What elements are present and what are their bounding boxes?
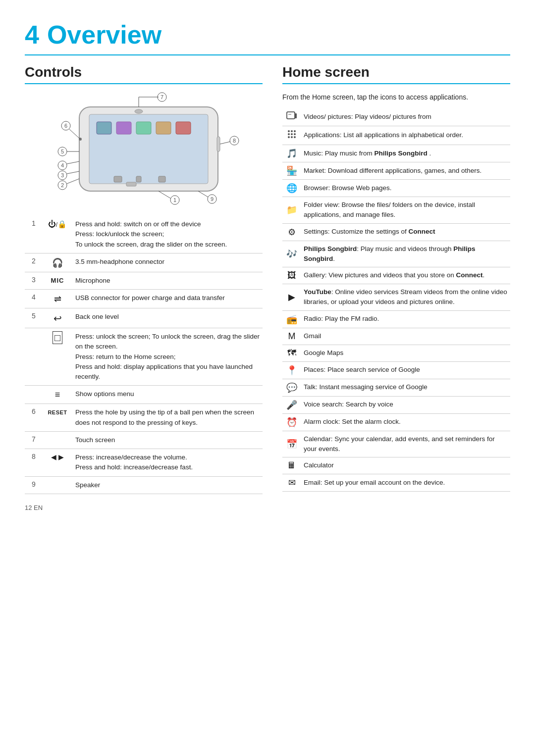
apps-icon: [282, 126, 301, 145]
svg-point-51: [288, 136, 290, 138]
talk-icon: 💬: [282, 379, 301, 396]
home-screen-description: Gmail: [301, 328, 510, 345]
controls-table: 1⏻/🔒Press and hold: switch on or off the…: [25, 216, 263, 494]
music-icon: 🎵: [282, 145, 301, 162]
home-screen-title: Home screen: [282, 64, 510, 84]
control-icon: ⇌: [43, 290, 72, 308]
home-screen-description: Voice search: Search by voice: [301, 396, 510, 413]
control-number: 6: [25, 404, 43, 432]
svg-rect-43: [295, 113, 297, 118]
svg-rect-40: [156, 122, 171, 134]
svg-point-2: [135, 109, 143, 113]
calculator-icon: 🖩: [282, 457, 301, 474]
controls-row: 9Speaker: [25, 476, 263, 494]
control-description: Microphone: [72, 272, 263, 289]
home-screen-row: ⚙Settings: Customize the settings of Con…: [282, 223, 510, 241]
controls-row: □Press: unlock the screen; To unlock the…: [25, 328, 263, 386]
controls-row: 4⇌USB connector for power charge and dat…: [25, 290, 263, 308]
controls-row: 8◀ ▶Press: increase/decrease the volume.…: [25, 449, 263, 477]
svg-rect-36: [159, 176, 165, 182]
svg-text:5: 5: [61, 149, 64, 154]
main-content: Controls 7: [25, 64, 510, 494]
folder-icon: 📁: [282, 197, 301, 224]
controls-row: 1⏻/🔒Press and hold: switch on or off the…: [25, 216, 263, 253]
home-screen-row: 📁Folder view: Browse the files/ folders …: [282, 197, 510, 224]
control-icon: [43, 431, 72, 449]
home-screen-table: Videos/ pictures: Play videos/ pictures …: [282, 108, 510, 492]
control-icon: [43, 476, 72, 494]
svg-point-48: [288, 133, 290, 135]
svg-rect-4: [217, 137, 220, 151]
home-screen-description: Folder view: Browse the files/ folders o…: [301, 197, 510, 224]
home-screen-row: MGmail: [282, 328, 510, 345]
svg-text:6: 6: [64, 123, 67, 129]
control-number: 7: [25, 431, 43, 449]
svg-rect-41: [176, 122, 191, 134]
control-number: [25, 386, 43, 404]
home-screen-row: 📅Calendar: Sync your calendar, add event…: [282, 431, 510, 457]
control-icon: □: [43, 328, 72, 386]
alarm-icon: ⏰: [282, 413, 301, 431]
controls-row: 5↩Back one level: [25, 308, 263, 328]
control-icon: RESET: [43, 404, 72, 432]
home-screen-row: 🎤Voice search: Search by voice: [282, 396, 510, 413]
chapter-title: Overview: [47, 20, 161, 49]
home-screen-row: 🎵Music: Play music from Philips Songbird…: [282, 145, 510, 162]
svg-rect-38: [116, 122, 131, 134]
svg-line-19: [67, 171, 79, 174]
svg-line-31: [159, 191, 171, 199]
home-screen-row: ▶YouTube: Online video services Stream v…: [282, 284, 510, 311]
control-icon: ↩: [43, 308, 72, 328]
control-description: Press: unlock the screen; To unlock the …: [72, 328, 263, 386]
maps-icon: 🗺: [282, 345, 301, 361]
home-screen-row: 💬Talk: Instant messaging service of Goog…: [282, 379, 510, 396]
home-screen-description: Places: Place search service of Google: [301, 361, 510, 379]
home-screen-row: 🎶Philips Songbird: Play music and videos…: [282, 241, 510, 267]
control-icon: ◀ ▶: [43, 449, 72, 477]
control-description: Back one level: [72, 308, 263, 328]
home-screen-description: Email: Set up your email account on the …: [301, 474, 510, 492]
gmail-icon: M: [282, 328, 301, 345]
home-screen-intro: From the Home screen, tap the icons to a…: [282, 92, 510, 102]
svg-line-28: [198, 191, 208, 197]
svg-point-53: [294, 136, 296, 138]
home-screen-row: ⏰Alarm clock: Set the alarm clock.: [282, 413, 510, 431]
control-number: 5: [25, 308, 43, 328]
svg-line-22: [67, 179, 79, 184]
svg-text:7: 7: [160, 94, 163, 100]
control-description: Show options menu: [72, 386, 263, 404]
home-screen-row: 🏪Market: Download different applications…: [282, 162, 510, 180]
svg-point-52: [291, 136, 293, 138]
control-icon: ≡: [43, 386, 72, 404]
home-screen-description: Calendar: Sync your calendar, add events…: [301, 431, 510, 457]
home-screen-description: Music: Play music from Philips Songbird …: [301, 145, 510, 162]
home-screen-section: Home screen From the Home screen, tap th…: [282, 64, 510, 494]
songbird-icon: 🎶: [282, 241, 301, 267]
svg-line-10: [69, 129, 80, 139]
home-screen-description: Calculator: [301, 457, 510, 474]
svg-point-47: [294, 130, 296, 132]
home-screen-row: ✉Email: Set up your email account on the…: [282, 474, 510, 492]
home-screen-description: Market: Download different applications,…: [301, 162, 510, 180]
control-description: 3.5 mm-headphone connector: [72, 253, 263, 272]
videos-icon: [282, 108, 301, 126]
svg-text:3: 3: [61, 172, 64, 178]
controls-row: 2🎧3.5 mm-headphone connector: [25, 253, 263, 272]
control-description: Press the hole by using the tip of a bal…: [72, 404, 263, 432]
home-screen-row: 🖼Gallery: View pictures and videos that …: [282, 267, 510, 284]
page-title: 4Overview: [25, 20, 510, 50]
control-number: 2: [25, 253, 43, 272]
email-icon: ✉: [282, 474, 301, 492]
control-number: 9: [25, 476, 43, 494]
home-screen-row: Videos/ pictures: Play videos/ pictures …: [282, 108, 510, 126]
controls-row: 6RESETPress the hole by using the tip of…: [25, 404, 263, 432]
page-header: 4Overview: [25, 20, 510, 55]
controls-row: ≡Show options menu: [25, 386, 263, 404]
svg-text:2: 2: [61, 182, 64, 188]
control-description: USB connector for power charge and data …: [72, 290, 263, 308]
control-description: Touch screen: [72, 431, 263, 449]
control-number: 8: [25, 449, 43, 477]
home-screen-row: 🖩Calculator: [282, 457, 510, 474]
svg-rect-3: [126, 182, 136, 186]
home-screen-description: Philips Songbird: Play music and videos …: [301, 241, 510, 267]
